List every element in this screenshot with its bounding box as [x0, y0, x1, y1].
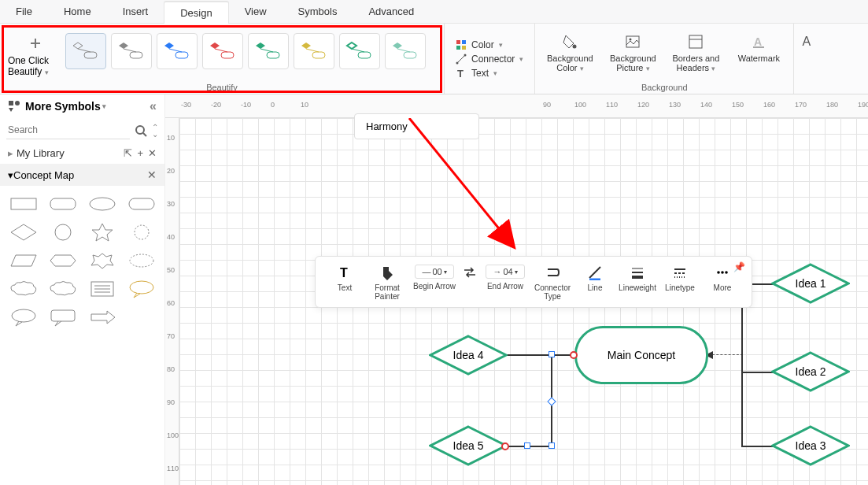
node-idea2[interactable]: Idea 2 [771, 351, 850, 392]
svg-rect-25 [462, 40, 466, 44]
background-color-button[interactable]: Background Color ▾ [538, 30, 601, 72]
node-idea4[interactable]: Idea 4 [429, 335, 508, 376]
connector-menu-button[interactable]: Connector▾ [456, 52, 523, 66]
sel-handle-bot-l[interactable] [524, 442, 530, 449]
tab-advanced[interactable]: Advanced [353, 1, 430, 22]
background-group-label: Background [641, 83, 688, 92]
search-input[interactable] [6, 121, 130, 139]
conn-point-main[interactable] [570, 351, 578, 359]
svg-point-28 [456, 61, 459, 64]
theme-thumb-4[interactable] [202, 33, 243, 69]
one-click-beautify-button[interactable]: One Click Beautify ▾ [8, 30, 63, 77]
svg-text:T: T [340, 266, 348, 280]
shape-cloud-dashed[interactable] [124, 249, 159, 272]
conn-point-idea5[interactable] [501, 442, 509, 450]
shape-diamond[interactable] [6, 220, 41, 244]
ft-lineweight-button[interactable]: Lineweight [616, 261, 659, 302]
search-icon[interactable] [135, 124, 147, 137]
tab-view[interactable]: View [229, 1, 283, 22]
ruler-vertical: 102030405060708090100110 [165, 118, 179, 485]
watermark-button[interactable]: AWatermark [727, 30, 790, 63]
node-idea1[interactable]: Idea 1 [771, 263, 850, 304]
edge-vertical-selected[interactable] [551, 354, 552, 402]
node-idea5[interactable]: Idea 5 [429, 425, 508, 466]
sel-handle-top[interactable] [549, 351, 555, 357]
caret-right-icon: ▸ [8, 147, 13, 159]
svg-point-33 [630, 39, 632, 41]
beautify-group: One Click Beautify ▾ Beautify [0, 24, 444, 94]
close-category-icon[interactable]: ✕ [147, 168, 157, 181]
shape-speech-yellow[interactable] [124, 277, 159, 301]
ribbon-overflow[interactable]: A [793, 24, 817, 94]
scroll-buttons[interactable]: ⌃⌄ [152, 124, 158, 138]
svg-line-42 [143, 133, 146, 136]
shape-speech-rect[interactable] [46, 305, 80, 329]
borders-headers-button[interactable]: Borders and Headers ▾ [664, 30, 727, 72]
theme-thumb-1[interactable] [65, 33, 106, 69]
ft-connector-type-button[interactable]: Connector Type [531, 261, 574, 302]
theme-thumb-3[interactable] [157, 33, 198, 69]
edge-main-right[interactable] [708, 354, 743, 356]
ribbon: One Click Beautify ▾ Beautify Color▾ Con… [0, 24, 868, 94]
tab-home[interactable]: Home [48, 1, 107, 22]
ft-end-arrow-select[interactable]: →04▾End Arrow [479, 261, 531, 302]
shape-circle[interactable] [46, 220, 80, 244]
svg-marker-18 [347, 43, 356, 49]
import-library-icon[interactable]: ⇱ [124, 147, 132, 159]
shape-rectangle[interactable] [6, 192, 41, 216]
color-menu-button[interactable]: Color▾ [456, 38, 523, 52]
tab-file[interactable]: File [0, 1, 48, 22]
tab-insert[interactable]: Insert [107, 1, 164, 22]
shape-spiky[interactable] [85, 249, 120, 272]
shape-speech-round[interactable] [6, 305, 41, 329]
background-group: Background Color ▾ Background Picture ▾ … [534, 24, 793, 94]
shape-roundrect[interactable] [46, 192, 80, 216]
node-main-concept[interactable]: Main Concept [574, 326, 708, 384]
shape-cloud1[interactable] [6, 277, 41, 301]
theme-thumb-7[interactable] [339, 33, 380, 69]
canvas[interactable]: -30-20-100109010011012013014015016017018… [165, 118, 868, 485]
my-library-row[interactable]: ▸ My Library ⇱ + ✕ [0, 143, 164, 164]
shape-star[interactable] [85, 220, 120, 244]
ft-linetype-button[interactable]: Linetype [659, 261, 701, 302]
color-group: Color▾ Connector▾ TText▾ [444, 24, 534, 94]
text-menu-button[interactable]: TText▾ [456, 66, 523, 80]
ft-text-button[interactable]: TText [323, 261, 366, 302]
theme-thumb-5[interactable] [248, 33, 289, 69]
edge-vertical-lower[interactable] [551, 402, 552, 446]
theme-thumb-6[interactable] [294, 33, 334, 69]
sel-handle-bot[interactable] [549, 442, 555, 449]
shape-hexagon[interactable] [46, 249, 80, 272]
collapse-sidebar-button[interactable]: « [150, 99, 157, 113]
shape-note[interactable] [85, 277, 120, 301]
background-picture-button[interactable]: Background Picture ▾ [601, 30, 664, 72]
svg-point-39 [15, 101, 20, 106]
svg-marker-49 [92, 224, 113, 241]
shape-arrow-block[interactable] [85, 305, 120, 329]
add-library-icon[interactable]: + [137, 147, 143, 159]
shape-pill[interactable] [124, 192, 159, 216]
edge-right-trunk[interactable] [741, 283, 743, 447]
ft-format-painter-button[interactable]: Format Painter [366, 261, 408, 302]
category-concept-map[interactable]: ▾ Concept Map ✕ [0, 164, 164, 186]
theme-thumb-8[interactable] [385, 33, 426, 69]
ft-swap-arrows-button[interactable] [460, 261, 479, 302]
shape-ellipse[interactable] [85, 192, 120, 216]
pin-toolbar-icon[interactable]: 📌 [733, 261, 745, 272]
shape-burst[interactable] [124, 220, 159, 244]
svg-marker-62 [91, 311, 115, 324]
delete-library-icon[interactable]: ✕ [148, 147, 157, 159]
edge-idea4-main[interactable] [504, 354, 576, 356]
svg-rect-22 [404, 52, 416, 58]
shape-cloud2[interactable] [46, 277, 80, 301]
tab-design[interactable]: Design [164, 1, 228, 24]
theme-thumb-2[interactable] [111, 33, 152, 69]
ft-begin-arrow-select[interactable]: —00▾Begin Arrow [408, 261, 460, 302]
tab-symbols[interactable]: Symbols [283, 1, 353, 22]
node-idea3[interactable]: Idea 3 [771, 425, 850, 466]
svg-line-11 [215, 49, 227, 52]
ft-line-button[interactable]: Line [574, 261, 616, 302]
svg-rect-13 [267, 52, 279, 58]
svg-rect-24 [456, 40, 460, 44]
shape-parallelogram[interactable] [6, 249, 41, 272]
